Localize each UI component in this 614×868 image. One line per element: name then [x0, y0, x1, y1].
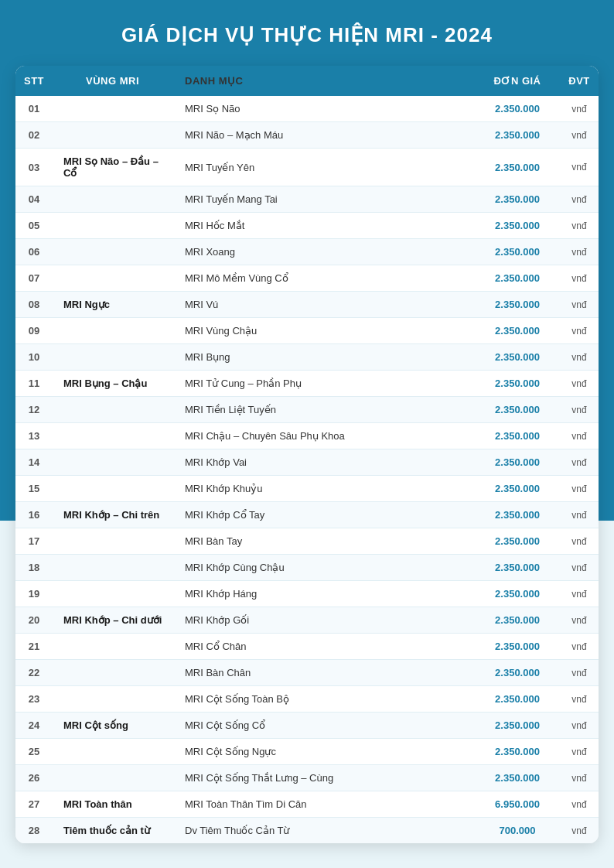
cell-don-gia: 2.350.000: [475, 239, 560, 265]
cell-vung: Tiêm thuốc cản từ: [53, 818, 172, 844]
cell-vung: [53, 186, 172, 213]
cell-don-gia: 2.350.000: [475, 739, 560, 765]
cell-danh-muc: MRI Vú: [172, 292, 475, 318]
cell-stt: 11: [15, 371, 53, 397]
table-row: 10MRI Bụng2.350.000vnđ: [15, 344, 599, 371]
cell-dvt: vnđ: [560, 528, 599, 555]
price-table-container: STT VÙNG MRI DANH MỤC ĐƠN GIÁ ĐVT 01MRI …: [15, 66, 599, 843]
cell-danh-muc: MRI Cột Sống Thắt Lưng – Cùng: [172, 765, 475, 791]
cell-don-gia: 2.350.000: [475, 581, 560, 607]
cell-vung: [53, 344, 172, 371]
cell-stt: 23: [15, 686, 53, 713]
cell-danh-muc: MRI Tiền Liệt Tuyến: [172, 397, 475, 423]
cell-vung: [53, 265, 172, 292]
table-row: 12MRI Tiền Liệt Tuyến2.350.000vnđ: [15, 397, 599, 423]
cell-vung: MRI Cột sống: [53, 713, 172, 739]
cell-don-gia: 2.350.000: [475, 213, 560, 239]
cell-stt: 10: [15, 344, 53, 371]
cell-don-gia: 2.350.000: [475, 292, 560, 318]
cell-vung: [53, 528, 172, 555]
table-row: 07MRI Mô Mềm Vùng Cổ2.350.000vnđ: [15, 265, 599, 292]
table-row: 08MRI NgựcMRI Vú2.350.000vnđ: [15, 292, 599, 318]
cell-danh-muc: MRI Tuyến Yên: [172, 149, 475, 186]
table-row: 24MRI Cột sốngMRI Cột Sống Cổ2.350.000vn…: [15, 713, 599, 739]
cell-danh-muc: MRI Khớp Khuỷu: [172, 476, 475, 502]
cell-don-gia: 2.350.000: [475, 96, 560, 122]
price-table: STT VÙNG MRI DANH MỤC ĐƠN GIÁ ĐVT 01MRI …: [15, 66, 599, 843]
cell-stt: 05: [15, 213, 53, 239]
cell-danh-muc: MRI Não – Mạch Máu: [172, 122, 475, 149]
cell-don-gia: 2.350.000: [475, 528, 560, 555]
table-row: 06MRI Xoang2.350.000vnđ: [15, 239, 599, 265]
cell-don-gia: 2.350.000: [475, 265, 560, 292]
cell-danh-muc: MRI Vùng Chậu: [172, 318, 475, 344]
cell-vung: [53, 634, 172, 660]
cell-danh-muc: MRI Cột Sống Ngực: [172, 739, 475, 765]
cell-don-gia: 2.350.000: [475, 476, 560, 502]
cell-vung: [53, 476, 172, 502]
cell-dvt: vnđ: [560, 818, 599, 844]
cell-danh-muc: MRI Tử Cung – Phần Phụ: [172, 371, 475, 397]
cell-dvt: vnđ: [560, 371, 599, 397]
cell-vung: MRI Khớp – Chi trên: [53, 502, 172, 528]
table-row: 19MRI Khớp Háng2.350.000vnđ: [15, 581, 599, 607]
cell-danh-muc: MRI Cột Sống Toàn Bộ: [172, 686, 475, 713]
table-row: 15MRI Khớp Khuỷu2.350.000vnđ: [15, 476, 599, 502]
cell-dvt: vnđ: [560, 791, 599, 818]
table-row: 28Tiêm thuốc cản từDv Tiêm Thuốc Cản Từ7…: [15, 818, 599, 844]
cell-danh-muc: Dv Tiêm Thuốc Cản Từ: [172, 818, 475, 844]
table-header-row: STT VÙNG MRI DANH MỤC ĐƠN GIÁ ĐVT: [15, 66, 599, 96]
cell-dvt: vnđ: [560, 686, 599, 713]
cell-danh-muc: MRI Khớp Cổ Tay: [172, 502, 475, 528]
cell-danh-muc: MRI Khớp Gối: [172, 607, 475, 634]
cell-don-gia: 2.350.000: [475, 765, 560, 791]
cell-vung: [53, 660, 172, 686]
cell-stt: 18: [15, 555, 53, 581]
cell-danh-muc: MRI Xoang: [172, 239, 475, 265]
cell-stt: 04: [15, 186, 53, 213]
cell-dvt: vnđ: [560, 186, 599, 213]
cell-dvt: vnđ: [560, 318, 599, 344]
cell-stt: 07: [15, 265, 53, 292]
cell-vung: [53, 686, 172, 713]
table-row: 14MRI Khớp Vai2.350.000vnđ: [15, 449, 599, 476]
cell-vung: [53, 581, 172, 607]
cell-don-gia: 2.350.000: [475, 122, 560, 149]
header-vung: VÙNG MRI: [53, 66, 172, 96]
cell-danh-muc: MRI Tuyến Mang Tai: [172, 186, 475, 213]
cell-dvt: vnđ: [560, 149, 599, 186]
table-row: 26MRI Cột Sống Thắt Lưng – Cùng2.350.000…: [15, 765, 599, 791]
cell-stt: 03: [15, 149, 53, 186]
cell-dvt: vnđ: [560, 344, 599, 371]
cell-don-gia: 2.350.000: [475, 502, 560, 528]
table-row: 16MRI Khớp – Chi trênMRI Khớp Cổ Tay2.35…: [15, 502, 599, 528]
cell-dvt: vnđ: [560, 423, 599, 449]
table-row: 25MRI Cột Sống Ngực2.350.000vnđ: [15, 739, 599, 765]
cell-danh-muc: MRI Cổ Chân: [172, 634, 475, 660]
cell-stt: 22: [15, 660, 53, 686]
cell-dvt: vnđ: [560, 660, 599, 686]
cell-stt: 19: [15, 581, 53, 607]
header-don-gia: ĐƠN GIÁ: [475, 66, 560, 96]
header-stt: STT: [15, 66, 53, 96]
cell-don-gia: 2.350.000: [475, 449, 560, 476]
cell-stt: 17: [15, 528, 53, 555]
cell-stt: 01: [15, 96, 53, 122]
cell-vung: [53, 397, 172, 423]
cell-stt: 21: [15, 634, 53, 660]
cell-vung: [53, 239, 172, 265]
cell-dvt: vnđ: [560, 476, 599, 502]
cell-danh-muc: MRI Khớp Háng: [172, 581, 475, 607]
cell-vung: [53, 765, 172, 791]
cell-vung: [53, 96, 172, 122]
cell-vung: [53, 555, 172, 581]
cell-don-gia: 2.350.000: [475, 713, 560, 739]
cell-dvt: vnđ: [560, 122, 599, 149]
cell-don-gia: 6.950.000: [475, 791, 560, 818]
cell-don-gia: 2.350.000: [475, 607, 560, 634]
cell-stt: 16: [15, 502, 53, 528]
cell-vung: MRI Sọ Não – Đầu – Cổ: [53, 149, 172, 186]
cell-danh-muc: MRI Cột Sống Cổ: [172, 713, 475, 739]
table-row: 02MRI Não – Mạch Máu2.350.000vnđ: [15, 122, 599, 149]
cell-stt: 14: [15, 449, 53, 476]
